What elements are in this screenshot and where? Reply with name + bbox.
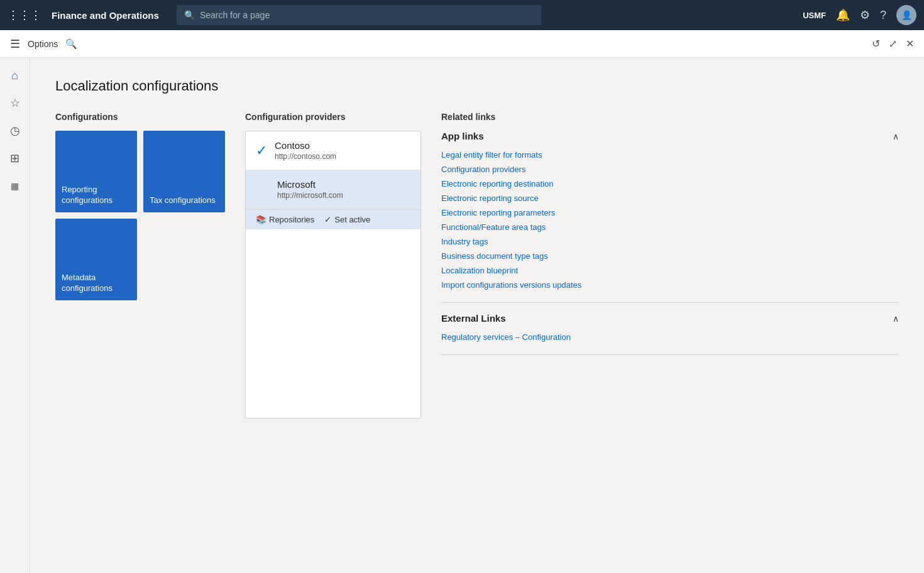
link-import-config-updates[interactable]: Import configurations versions updates bbox=[441, 278, 899, 292]
search-bar[interactable]: 🔍 bbox=[177, 5, 541, 25]
content-area: Localization configurations Configuratio… bbox=[30, 58, 924, 573]
sidebar-item-workspaces[interactable]: ⊞ bbox=[3, 146, 28, 171]
help-icon[interactable]: ? bbox=[880, 9, 886, 22]
sidebar-item-modules[interactable]: ▦ bbox=[3, 173, 28, 199]
search-icon: 🔍 bbox=[184, 10, 195, 20]
sidebar-item-recent[interactable]: ◷ bbox=[3, 118, 28, 143]
topbar-right: USMF 🔔 ⚙ ? 👤 bbox=[803, 5, 916, 25]
sidebar: ⌂ ☆ ◷ ⊞ ▦ bbox=[0, 58, 30, 573]
provider-microsoft-url: http://microsoft.com bbox=[277, 191, 343, 200]
tiles-grid: Reporting configurations Tax configurati… bbox=[55, 131, 225, 300]
external-links-title: External Links bbox=[441, 313, 506, 324]
link-er-destination[interactable]: Electronic reporting destination bbox=[441, 177, 899, 191]
provider-microsoft-info: Microsoft http://microsoft.com bbox=[277, 179, 343, 200]
external-links-collapse-icon[interactable]: ∧ bbox=[893, 314, 899, 324]
hamburger-icon[interactable]: ☰ bbox=[10, 37, 20, 51]
search-input[interactable] bbox=[200, 10, 534, 20]
app-links-title: App links bbox=[441, 131, 484, 141]
provider-microsoft-name: Microsoft bbox=[277, 179, 343, 190]
related-links-header: Related links bbox=[441, 112, 899, 122]
configurations-column: Configurations Reporting configurations … bbox=[55, 112, 225, 300]
grid-icon[interactable]: ⋮⋮⋮ bbox=[8, 8, 41, 22]
link-business-doc-tags[interactable]: Business document type tags bbox=[441, 249, 899, 263]
provider-contoso[interactable]: ✓ Contoso http://contoso.com bbox=[246, 131, 421, 170]
set-active-check-icon: ✓ bbox=[324, 215, 331, 224]
provider-toolbar: 📚 Repositories ✓ Set active bbox=[246, 209, 421, 229]
notification-icon[interactable]: 🔔 bbox=[836, 8, 850, 22]
secbar: ☰ Options 🔍 ↺ ⤢ ✕ bbox=[0, 30, 924, 58]
provider-contoso-info: Contoso http://contoso.com bbox=[275, 140, 336, 161]
tile-metadata[interactable]: Metadata configurations bbox=[55, 219, 137, 300]
repositories-button[interactable]: 📚 Repositories bbox=[256, 215, 314, 224]
provider-contoso-url: http://contoso.com bbox=[275, 152, 336, 161]
provider-microsoft-header: Microsoft http://microsoft.com bbox=[256, 179, 410, 200]
repositories-icon: 📚 bbox=[256, 215, 266, 224]
expand-icon[interactable]: ⤢ bbox=[889, 38, 897, 50]
external-links-header: External Links ∧ bbox=[441, 313, 899, 324]
provider-empty-area bbox=[246, 229, 421, 418]
company-label: USMF bbox=[803, 11, 826, 20]
close-icon[interactable]: ✕ bbox=[906, 38, 914, 50]
tile-reporting[interactable]: Reporting configurations bbox=[55, 131, 137, 212]
sidebar-item-home[interactable]: ⌂ bbox=[3, 63, 28, 88]
tile-tax[interactable]: Tax configurations bbox=[143, 131, 225, 212]
refresh-icon[interactable]: ↺ bbox=[872, 38, 880, 50]
app-links-section: App links ∧ Legal entity filter for form… bbox=[441, 131, 899, 292]
link-er-parameters[interactable]: Electronic reporting parameters bbox=[441, 205, 899, 220]
check-icon: ✓ bbox=[256, 143, 267, 159]
main-layout: ⌂ ☆ ◷ ⊞ ▦ Localization configurations Co… bbox=[0, 58, 924, 573]
providers-list: ✓ Contoso http://contoso.com Micr bbox=[245, 131, 421, 418]
provider-microsoft[interactable]: Microsoft http://microsoft.com bbox=[246, 170, 421, 209]
app-title: Finance and Operations bbox=[52, 10, 159, 21]
link-localization-blueprint[interactable]: Localization blueprint bbox=[441, 263, 899, 278]
link-regulatory-services[interactable]: Regulatory services – Configuration bbox=[441, 330, 899, 344]
provider-contoso-header: ✓ Contoso http://contoso.com bbox=[256, 140, 410, 161]
external-links-section: External Links ∧ Regulatory services – C… bbox=[441, 313, 899, 344]
external-links-bottom-divider bbox=[441, 354, 899, 355]
columns-layout: Configurations Reporting configurations … bbox=[55, 112, 899, 418]
app-links-collapse-icon[interactable]: ∧ bbox=[893, 131, 899, 141]
link-functional-feature-tags[interactable]: Functional/Feature area tags bbox=[441, 220, 899, 234]
options-label: Options bbox=[28, 39, 58, 49]
providers-header: Configuration providers bbox=[245, 112, 421, 122]
configurations-header: Configurations bbox=[55, 112, 225, 122]
page-title: Localization configurations bbox=[55, 78, 899, 94]
sidebar-item-favorites[interactable]: ☆ bbox=[3, 90, 28, 116]
provider-contoso-name: Contoso bbox=[275, 140, 336, 151]
set-active-label: Set active bbox=[334, 215, 370, 224]
settings-icon[interactable]: ⚙ bbox=[860, 8, 870, 22]
links-divider bbox=[441, 302, 899, 303]
related-links-column: Related links App links ∧ Legal entity f… bbox=[441, 112, 899, 365]
secbar-right: ↺ ⤢ ✕ bbox=[872, 38, 914, 50]
providers-column: Configuration providers ✓ Contoso http:/… bbox=[245, 112, 421, 418]
link-industry-tags[interactable]: Industry tags bbox=[441, 234, 899, 249]
link-er-source[interactable]: Electronic reporting source bbox=[441, 191, 899, 205]
secbar-search-icon[interactable]: 🔍 bbox=[65, 38, 77, 50]
topbar: ⋮⋮⋮ Finance and Operations 🔍 USMF 🔔 ⚙ ? … bbox=[0, 0, 924, 30]
link-legal-entity-filter[interactable]: Legal entity filter for formats bbox=[441, 148, 899, 162]
app-links-header: App links ∧ bbox=[441, 131, 899, 141]
avatar[interactable]: 👤 bbox=[896, 5, 916, 25]
repositories-label: Repositories bbox=[269, 215, 314, 224]
link-config-providers[interactable]: Configuration providers bbox=[441, 162, 899, 177]
set-active-button[interactable]: ✓ Set active bbox=[324, 215, 370, 224]
